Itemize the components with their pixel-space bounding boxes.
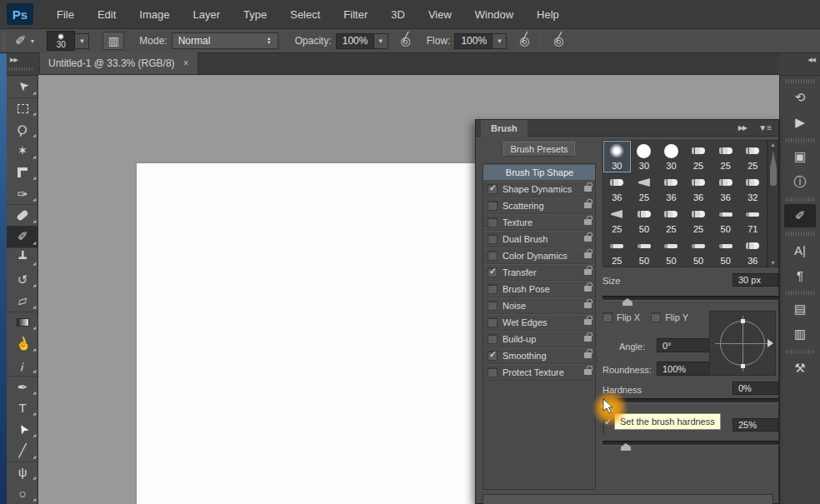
menu-image[interactable]: Image (128, 3, 181, 26)
roundness-field[interactable]: 100% (657, 362, 710, 376)
pressure-opacity-button[interactable]: ◎ (395, 32, 417, 50)
lock-icon[interactable] (584, 369, 592, 375)
magic-wand-tool[interactable]: ✶◢ (7, 140, 38, 162)
type-tool[interactable]: T◢ (7, 397, 38, 419)
history-brush-tool[interactable]: ↺◢ (7, 268, 38, 290)
brush-panel-header[interactable]: Brush ▶▶ ▼≡ (476, 120, 778, 137)
move-tool[interactable]: ➤◢ (7, 76, 38, 97)
brush-preset[interactable]: 25 (712, 141, 739, 172)
dock-grip[interactable] (786, 197, 814, 202)
dodge-tool[interactable]: ¡◢ (7, 354, 38, 376)
lock-icon[interactable] (584, 286, 592, 292)
materials-panel-icon[interactable]: ▣ (784, 145, 816, 168)
brush-preset[interactable]: 50 (712, 204, 739, 236)
smudge-tool[interactable]: ☝◢ (7, 332, 38, 354)
close-icon[interactable]: × (183, 57, 189, 69)
tools-grip[interactable] (9, 67, 34, 71)
transfer-checkbox[interactable] (488, 267, 498, 277)
build-up-checkbox[interactable] (488, 334, 498, 344)
dual-brush-checkbox[interactable] (488, 234, 498, 244)
path-selection-tool[interactable]: ➤◢ (7, 418, 38, 440)
brush-preset[interactable]: 25 (603, 236, 631, 267)
scattering-checkbox[interactable] (488, 201, 498, 211)
hardness-value-box[interactable]: 0% (732, 382, 778, 395)
flow-value-box[interactable]: 100% (454, 33, 492, 49)
opacity-dropdown-button[interactable]: ▼ (374, 33, 388, 49)
expand-panels-icon[interactable]: ◀◀ (808, 57, 815, 63)
menu-view[interactable]: View (417, 3, 463, 26)
brush-option-scattering[interactable]: Scattering (483, 197, 595, 214)
collapse-tools-icon[interactable]: ▶▶ (10, 57, 18, 63)
info-panel-icon[interactable]: ⓘ (784, 170, 816, 193)
brush-preset[interactable]: 36 (685, 172, 712, 204)
shape-dynamics-checkbox[interactable] (488, 184, 498, 194)
layer-comps-panel-icon[interactable]: ▥ (784, 322, 816, 346)
angle-arrow-icon[interactable] (768, 339, 773, 347)
brush-preset[interactable]: 25 (631, 172, 658, 204)
tools-panel-header[interactable]: ▶▶ (7, 53, 38, 76)
brush-preset[interactable]: 36 (658, 172, 685, 204)
brush-preset-picker[interactable]: 30 ▼ (47, 31, 89, 51)
brush-preset[interactable]: 32 (739, 172, 767, 204)
gradient-tool[interactable]: ◢ (7, 312, 38, 333)
angle-roundness-widget[interactable] (709, 311, 776, 376)
brush-preset[interactable]: 30 (603, 141, 631, 172)
dock-grip[interactable] (786, 232, 814, 236)
brush-preset[interactable]: 25 (603, 204, 631, 236)
line-tool[interactable]: ╱◢ (7, 440, 38, 462)
flip-x-checkbox[interactable] (602, 312, 612, 322)
lock-icon[interactable] (584, 269, 592, 275)
menu-window[interactable]: Window (463, 3, 525, 26)
lock-icon[interactable] (584, 302, 592, 308)
brush-presets-button[interactable]: Brush Presets (503, 142, 575, 157)
dock-header[interactable]: ◀◀ (779, 53, 820, 76)
roundness-handle-top[interactable] (741, 319, 745, 323)
angle-field[interactable]: 0° (657, 338, 717, 352)
toggle-brush-panel-button[interactable]: ▥ (102, 32, 124, 50)
lock-icon[interactable] (584, 319, 592, 325)
character-panel-icon[interactable]: A| (784, 238, 816, 262)
size-slider[interactable] (602, 296, 779, 300)
protect-texture-checkbox[interactable] (488, 367, 498, 377)
flow-dropdown-button[interactable]: ▼ (492, 33, 507, 49)
lock-icon[interactable] (584, 252, 592, 258)
brush-preset[interactable]: 50 (631, 204, 658, 236)
spacing-slider[interactable] (602, 441, 779, 445)
brush-preset[interactable]: 30 (631, 141, 658, 172)
brush-preset[interactable]: 30 (658, 141, 685, 172)
eraser-tool[interactable]: ▱◢ (7, 290, 38, 312)
brush-preset[interactable]: 36 (739, 236, 767, 267)
current-tool-button[interactable]: ✐ ▼ (15, 34, 35, 47)
brush-preset[interactable]: 25 (685, 204, 712, 236)
lock-icon[interactable] (584, 219, 592, 225)
brush-tool[interactable]: ✐◢ (7, 226, 38, 247)
document-tab[interactable]: Untitled-1 @ 33.3% (RGB/8) × (40, 52, 198, 74)
brush-panel-icon[interactable]: ✐ (784, 204, 816, 227)
brush-panel-tab[interactable]: Brush (481, 120, 528, 137)
flip-y-checkbox[interactable] (651, 312, 661, 322)
rectangular-marquee-tool[interactable]: ◢ (7, 97, 38, 119)
menu-select[interactable]: Select (278, 3, 332, 26)
menu-3d[interactable]: 3D (379, 3, 417, 26)
menu-file[interactable]: File (45, 3, 86, 26)
tool-presets-panel-icon[interactable]: ⚒ (784, 357, 816, 380)
brush-preset[interactable]: 71 (739, 204, 767, 236)
hand-tool[interactable]: ψ◢ (7, 462, 38, 483)
grid-scrollbar[interactable]: ▲ ▼ (768, 140, 778, 267)
eyedropper-tool[interactable]: ✑◢ (7, 182, 38, 204)
lasso-tool[interactable]: Ϙ◢ (7, 118, 38, 140)
brush-option-brush-pose[interactable]: Brush Pose (483, 281, 595, 297)
brush-preset[interactable]: 50 (712, 236, 739, 267)
texture-checkbox[interactable] (488, 217, 498, 227)
wet-edges-checkbox[interactable] (488, 317, 498, 327)
options-grip[interactable] (2, 32, 7, 49)
brush-option-dual-brush[interactable]: Dual Brush (483, 231, 595, 247)
brush-preset[interactable]: 50 (631, 236, 658, 267)
color-dynamics-checkbox[interactable] (488, 251, 498, 261)
styles-panel-icon[interactable]: ▤ (784, 297, 816, 321)
brush-option-shape-dynamics[interactable]: Shape Dynamics (483, 181, 595, 197)
brush-option-protect-texture[interactable]: Protect Texture (483, 364, 595, 381)
menu-help[interactable]: Help (525, 3, 571, 26)
menu-type[interactable]: Type (232, 3, 278, 26)
lock-icon[interactable] (584, 236, 592, 242)
